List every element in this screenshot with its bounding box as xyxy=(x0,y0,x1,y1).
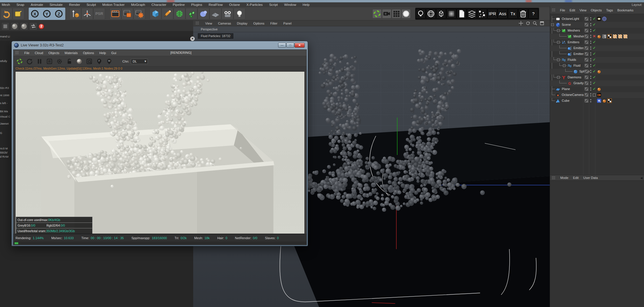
render-picture-button[interactable] xyxy=(121,8,133,20)
coord-system-button[interactable] xyxy=(69,8,81,20)
tree-item-daemons[interactable]: −Daemons✓ xyxy=(550,75,644,80)
enabled-on-icon[interactable]: ✓ xyxy=(593,28,596,32)
lv-menu-help[interactable]: Help xyxy=(99,51,106,55)
camera-object-button[interactable] xyxy=(222,8,233,20)
visibility-dots[interactable] xyxy=(590,87,591,91)
maximize-button[interactable]: □ xyxy=(286,43,294,48)
viewport-menu-display[interactable]: Display xyxy=(237,22,247,25)
gear-button[interactable] xyxy=(56,58,63,65)
texture-env-button[interactable] xyxy=(446,9,456,19)
mode-bar-edit[interactable]: Edit xyxy=(573,176,579,180)
om-menu-view[interactable]: View xyxy=(580,8,587,12)
enabled-on-icon[interactable]: ✓ xyxy=(593,46,596,50)
orange-material-tag[interactable] xyxy=(618,34,622,39)
tree-item-mesher[interactable]: Mesher✕ xyxy=(550,34,644,39)
menu-item-realflow[interactable]: RealFlow xyxy=(209,3,223,6)
layers-button[interactable] xyxy=(467,9,477,19)
octane-logo-button[interactable] xyxy=(372,9,382,18)
tree-item-cube[interactable]: Cube xyxy=(550,98,644,104)
viewport-menu-options[interactable]: Options xyxy=(253,22,264,25)
tree-item-sphere[interactable]: Sphere✓ xyxy=(550,69,644,75)
visibility-dots[interactable] xyxy=(590,52,591,56)
lightbulb-button[interactable] xyxy=(416,9,426,19)
array-button[interactable] xyxy=(186,8,197,20)
maximize-icon[interactable] xyxy=(539,21,544,26)
pause-button[interactable] xyxy=(36,58,43,65)
enabled-on-icon[interactable]: ✓ xyxy=(593,63,596,68)
mode-bar-mode[interactable]: Mode xyxy=(560,176,568,180)
swap-icon[interactable]: x xyxy=(29,22,37,30)
live-viewer-titlebar[interactable]: Live Viewer 3.02c-R3-Test2 — □ ✕ xyxy=(12,41,308,49)
enabled-off-icon[interactable]: ✕ xyxy=(593,34,596,38)
layer-swatch[interactable] xyxy=(585,93,588,97)
undo-button[interactable] xyxy=(1,8,12,20)
octane-light-tag[interactable] xyxy=(597,17,601,21)
collapse-arrow-icon[interactable]: ◀ xyxy=(640,176,643,180)
menu-item-snap[interactable]: Snap xyxy=(16,3,24,6)
viewport-menu-view[interactable]: View xyxy=(205,22,212,25)
tree-item-gravity[interactable]: GGravity✓ xyxy=(550,80,644,86)
snap-tool-button[interactable] xyxy=(13,8,24,20)
enabled-on-icon[interactable]: ✓ xyxy=(593,40,596,44)
xp-object-tag[interactable] xyxy=(602,99,607,103)
layout-label[interactable]: Layout: xyxy=(632,3,642,6)
om-menu-bookmarks[interactable]: Bookmarks xyxy=(617,8,633,12)
tree-item-octanecamera[interactable]: OctaneCamera xyxy=(550,92,644,98)
camera-active-icon[interactable] xyxy=(593,93,596,97)
material-sphere-icon[interactable] xyxy=(20,22,28,30)
om-menu-objects[interactable]: Objects xyxy=(591,8,602,12)
menu-item-plugins[interactable]: Plugins xyxy=(191,3,202,6)
expand-toggle[interactable]: − xyxy=(563,64,566,67)
lv-menu-options[interactable]: Options xyxy=(83,51,94,55)
panel-grip-icon[interactable] xyxy=(552,176,556,180)
tree-item-meshers[interactable]: −Meshers✓ xyxy=(550,28,644,34)
layer-swatch[interactable] xyxy=(585,46,588,50)
menu-item-render[interactable]: Render xyxy=(69,3,80,6)
enabled-on-icon[interactable]: ✓ xyxy=(593,69,596,73)
menu-item-simulate[interactable]: Simulate xyxy=(49,3,63,6)
menu-item-sculpt[interactable]: Sculpt xyxy=(87,3,96,6)
zoom-icon[interactable] xyxy=(532,21,537,26)
axis-ring-button[interactable]: X xyxy=(29,8,41,20)
light-object-button[interactable] xyxy=(234,8,245,20)
layer-swatch[interactable] xyxy=(585,52,588,56)
pin-f-button[interactable]: F xyxy=(95,58,103,65)
material-ball-button[interactable] xyxy=(76,58,83,65)
visibility-dots[interactable] xyxy=(590,35,591,38)
mode-bar-user-data[interactable]: User Data xyxy=(583,176,598,180)
enabled-on-icon[interactable]: ✓ xyxy=(593,17,596,21)
expand-toggle[interactable]: − xyxy=(557,76,560,79)
enabled-on-icon[interactable]: ✓ xyxy=(593,58,596,62)
tree-item-octanelight[interactable]: OctaneLight✓ xyxy=(550,16,644,22)
enabled-on-icon[interactable]: ✓ xyxy=(593,23,596,27)
viewport-menu-cameras[interactable]: Cameras xyxy=(218,22,231,25)
layer-swatch[interactable] xyxy=(585,40,588,44)
tree-item-emitters[interactable]: −Emitters✓ xyxy=(550,39,644,45)
octane-settings-button[interactable] xyxy=(401,9,411,18)
panel-grip-icon[interactable] xyxy=(552,8,556,12)
expand-toggle[interactable]: − xyxy=(557,58,560,61)
camera-tag[interactable] xyxy=(597,93,601,97)
visibility-dots[interactable] xyxy=(590,17,591,20)
floor-button[interactable] xyxy=(210,8,221,20)
visibility-dots[interactable] xyxy=(590,82,591,85)
visibility-dots[interactable] xyxy=(590,58,591,61)
enabled-on-icon[interactable]: ✓ xyxy=(593,81,596,85)
xp-object-tag[interactable] xyxy=(597,87,601,91)
psr-button[interactable]: PSR xyxy=(93,8,105,20)
refresh-button[interactable] xyxy=(26,58,33,65)
lock-button[interactable] xyxy=(66,58,73,65)
layer-swatch[interactable] xyxy=(585,64,588,68)
tree-item-fluid[interactable]: −Fluid✓ xyxy=(550,63,644,69)
checker-material-tag[interactable] xyxy=(607,99,612,103)
tool-tile-icon[interactable] xyxy=(1,22,9,30)
panel-grip-icon[interactable] xyxy=(15,51,19,55)
reset-r-button[interactable]: R xyxy=(46,58,53,65)
layer-swatch[interactable] xyxy=(585,87,588,91)
button-?-button[interactable]: ? xyxy=(528,9,538,19)
axis-ring-button[interactable]: Y xyxy=(41,8,53,20)
menu-item-mesh[interactable]: Mesh xyxy=(2,3,10,6)
enabled-on-icon[interactable]: ✓ xyxy=(593,87,596,91)
tree-item-emitter[interactable]: Emitter✓ xyxy=(550,51,644,57)
expand-toggle[interactable]: − xyxy=(557,41,560,44)
